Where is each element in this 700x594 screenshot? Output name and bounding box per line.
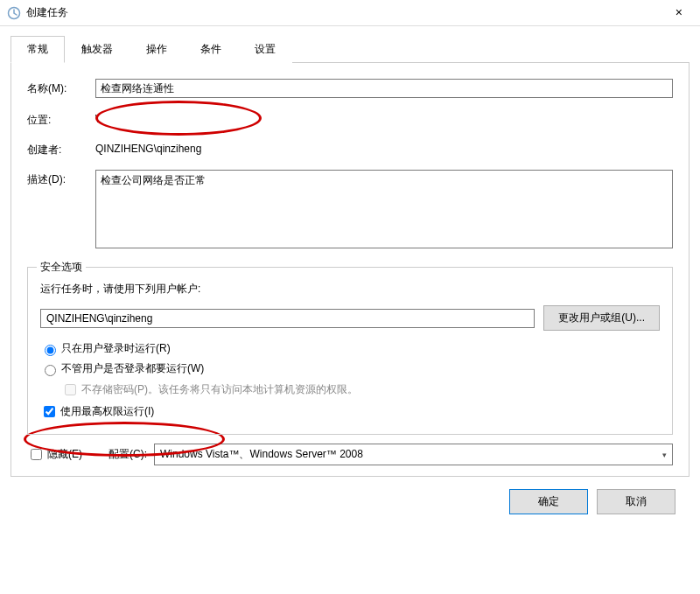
radio-run-logged-on-label[interactable]: 只在用户登录时运行(R) xyxy=(61,341,171,356)
radio-run-any[interactable] xyxy=(45,365,56,376)
author-value: QINZIHENG\qinziheng xyxy=(95,140,201,155)
security-account-value: QINZIHENG\qinziheng xyxy=(40,309,535,328)
tab-general[interactable]: 常规 xyxy=(10,36,65,63)
security-account-hint: 运行任务时，请使用下列用户帐户: xyxy=(40,282,660,297)
author-label: 创建者: xyxy=(27,140,95,157)
description-textarea[interactable] xyxy=(95,170,673,248)
ok-button[interactable]: 确定 xyxy=(509,489,588,514)
security-options-group: 安全选项 运行任务时，请使用下列用户帐户: QINZIHENG\qinzihen… xyxy=(27,267,673,435)
close-button[interactable]: × xyxy=(668,3,690,21)
tab-actions[interactable]: 操作 xyxy=(130,36,184,63)
configure-label: 配置(C): xyxy=(108,447,147,462)
checkbox-highest-privileges-label[interactable]: 使用最高权限运行(I) xyxy=(60,404,154,419)
checkbox-hidden[interactable] xyxy=(31,449,42,460)
tab-triggers[interactable]: 触发器 xyxy=(65,36,130,63)
description-label: 描述(D): xyxy=(27,170,95,187)
tab-settings[interactable]: 设置 xyxy=(238,36,292,63)
change-user-button[interactable]: 更改用户或组(U)... xyxy=(543,305,660,331)
checkbox-no-store-password-label: 不存储密码(P)。该任务将只有访问本地计算机资源的权限。 xyxy=(81,382,358,397)
location-value: \ xyxy=(95,110,98,125)
cancel-button[interactable]: 取消 xyxy=(597,489,676,514)
radio-run-logged-on[interactable] xyxy=(45,345,56,356)
window-title: 创建任务 xyxy=(26,5,68,20)
checkbox-highest-privileges[interactable] xyxy=(44,406,55,417)
general-panel: 名称(M): 位置: \ 创建者: QINZIHENG\qinziheng 描述… xyxy=(10,63,690,477)
configure-select[interactable]: Windows Vista™、Windows Server™ 2008 ▾ xyxy=(154,444,673,465)
dialog-footer: 确定 取消 xyxy=(10,477,690,523)
checkbox-hidden-label[interactable]: 隐藏(E) xyxy=(47,447,82,462)
name-input[interactable] xyxy=(95,79,673,98)
tab-strip: 常规 触发器 操作 条件 设置 xyxy=(10,35,690,63)
location-label: 位置: xyxy=(27,110,95,128)
security-group-title: 安全选项 xyxy=(37,260,86,275)
checkbox-no-store-password xyxy=(65,384,76,395)
window-titlebar: 创建任务 × xyxy=(0,0,700,26)
chevron-down-icon: ▾ xyxy=(662,451,667,459)
clock-icon xyxy=(7,6,21,20)
radio-run-any-label[interactable]: 不管用户是否登录都要运行(W) xyxy=(61,361,204,376)
configure-value: Windows Vista™、Windows Server™ 2008 xyxy=(160,447,363,462)
tab-conditions[interactable]: 条件 xyxy=(184,36,238,63)
name-label: 名称(M): xyxy=(27,79,95,96)
